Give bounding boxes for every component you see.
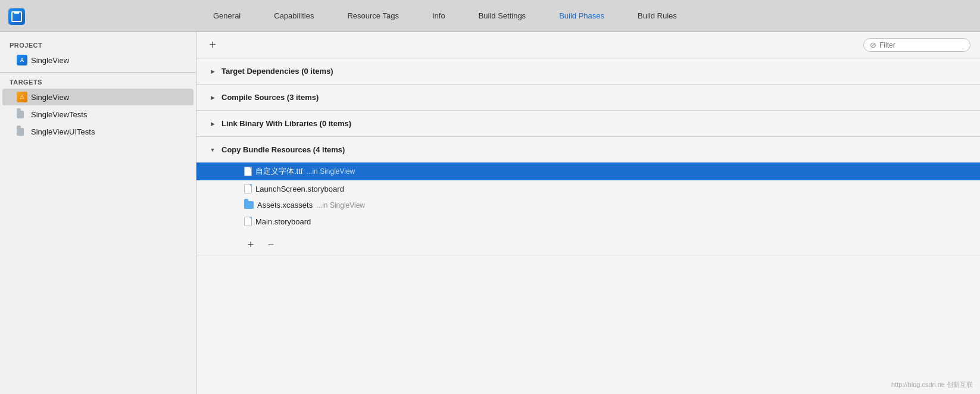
folder-icon-shape — [17, 111, 24, 118]
tab-build-rules[interactable]: Build Rules — [621, 0, 694, 32]
folder-blue-icon — [244, 201, 254, 209]
phase-title-compile-sources: Compile Sources (3 items) — [221, 93, 319, 102]
sidebar-target-1[interactable]: SingleViewTests — [2, 106, 193, 123]
phase-section-copy-bundle: ▼Copy Bundle Resources (4 items)自定义字体.tt… — [196, 137, 980, 255]
content-area: + ⊘ ▶Target Dependencies (0 items)▶Compi… — [196, 32, 980, 394]
xcode-icon-shape — [11, 11, 22, 22]
resource-name-2: Assets.xcassets — [257, 201, 313, 209]
resource-name-3: Main.storyboard — [255, 217, 311, 226]
phase-arrow-compile-sources: ▶ — [208, 93, 217, 102]
file-icon-gray — [244, 217, 252, 226]
resource-name-0: 自定义字体.ttf — [255, 166, 302, 177]
sidebar-target-label: SingleViewUITests — [31, 127, 95, 136]
watermark: http://blog.csdn.ne 创新互联 — [891, 380, 973, 389]
tab-build-phases[interactable]: Build Phases — [542, 0, 621, 32]
sidebar-project-label: SingleView — [31, 56, 69, 65]
sidebar-target-2[interactable]: SingleViewUITests — [2, 123, 193, 140]
phase-header-link-binary[interactable]: ▶Link Binary With Libraries (0 items) — [196, 111, 980, 136]
app-icon[interactable] — [8, 8, 25, 25]
resource-item-3[interactable]: Main.storyboard — [196, 213, 980, 230]
phase-footer-copy-bundle: +− — [196, 234, 980, 255]
phase-arrow-link-binary: ▶ — [208, 120, 217, 128]
sidebar-target-0[interactable]: ⚠SingleView — [2, 89, 193, 105]
resource-secondary-2: ...in SingleView — [316, 201, 365, 209]
folder-icon — [17, 109, 27, 120]
phase-items-copy-bundle: 自定义字体.ttf...in SingleViewLaunchScreen.st… — [196, 162, 980, 234]
resource-item-1[interactable]: LaunchScreen.storyboard — [196, 180, 980, 197]
phase-title-target-dependencies: Target Dependencies (0 items) — [221, 67, 333, 76]
phase-section-target-dependencies: ▶Target Dependencies (0 items) — [196, 58, 980, 85]
resource-item-2[interactable]: Assets.xcassets...in SingleView — [196, 197, 980, 213]
phase-arrow-target-dependencies: ▶ — [208, 67, 217, 76]
phase-header-compile-sources[interactable]: ▶Compile Sources (3 items) — [196, 85, 980, 110]
sidebar-target-label: SingleView — [31, 93, 69, 102]
tab-info[interactable]: Info — [416, 0, 462, 32]
phase-title-link-binary: Link Binary With Libraries (0 items) — [221, 119, 351, 128]
resource-item-0[interactable]: 自定义字体.ttf...in SingleView — [196, 162, 980, 180]
phase-header-target-dependencies[interactable]: ▶Target Dependencies (0 items) — [196, 58, 980, 84]
main-layout: PROJECT A SingleView TARGETS ⚠SingleView… — [0, 32, 980, 394]
folder-icon-shape — [17, 128, 24, 136]
tab-bar: GeneralCapabilitiesResource TagsInfoBuil… — [0, 0, 980, 32]
sidebar-target-label: SingleViewTests — [31, 110, 87, 119]
file-icon — [244, 167, 252, 176]
resource-secondary-0: ...in SingleView — [306, 167, 355, 176]
tab-resource-tags[interactable]: Resource Tags — [330, 0, 415, 32]
tab-capabilities[interactable]: Capabilities — [257, 0, 330, 32]
tab-general[interactable]: General — [196, 0, 257, 32]
add-resource-button[interactable]: + — [244, 238, 257, 251]
content-toolbar: + ⊘ — [196, 32, 980, 58]
file-icon-gray — [244, 184, 252, 193]
phase-title-copy-bundle: Copy Bundle Resources (4 items) — [221, 145, 345, 154]
xcode-icon: A — [17, 55, 27, 65]
filter-box: ⊘ — [863, 38, 970, 52]
sidebar-divider — [0, 72, 196, 73]
target-icon-inner: ⚠ — [17, 92, 27, 102]
filter-icon: ⊘ — [870, 40, 876, 49]
phase-section-compile-sources: ▶Compile Sources (3 items) — [196, 85, 980, 111]
phase-section-link-binary: ▶Link Binary With Libraries (0 items) — [196, 111, 980, 137]
sidebar-item-singleview-project[interactable]: A SingleView — [2, 52, 193, 68]
targets-section-label: TARGETS — [0, 76, 196, 88]
phase-header-copy-bundle[interactable]: ▼Copy Bundle Resources (4 items) — [196, 137, 980, 162]
phase-arrow-copy-bundle: ▼ — [208, 146, 217, 154]
phases-content: ▶Target Dependencies (0 items)▶Compile S… — [196, 58, 980, 394]
xcode-project-icon: A — [17, 55, 27, 65]
add-phase-button[interactable]: + — [206, 39, 219, 52]
project-section-label: PROJECT — [0, 39, 196, 51]
tab-build-settings[interactable]: Build Settings — [462, 0, 543, 32]
target-icon: ⚠ — [17, 92, 27, 102]
resource-name-1: LaunchScreen.storyboard — [255, 185, 344, 193]
filter-input[interactable] — [879, 41, 957, 49]
folder-icon — [17, 126, 27, 137]
sidebar: PROJECT A SingleView TARGETS ⚠SingleView… — [0, 32, 196, 394]
remove-resource-button[interactable]: − — [264, 238, 277, 251]
